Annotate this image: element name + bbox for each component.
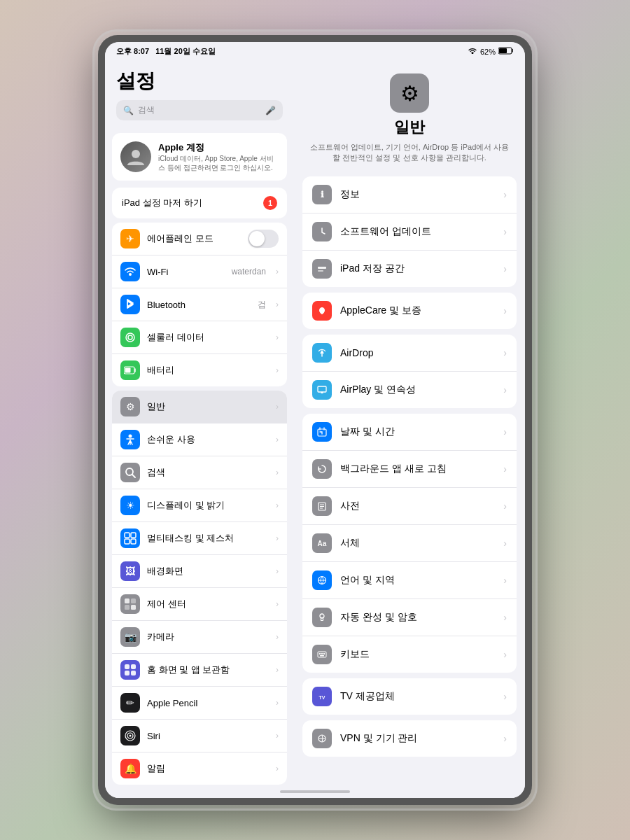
applecare-icon <box>312 301 332 321</box>
siri-icon <box>120 726 140 746</box>
setup-banner[interactable]: iPad 설정 마저 하기 1 <box>112 188 287 218</box>
search-icon: 🔍 <box>123 106 134 115</box>
sidebar-item-camera[interactable]: 📷 카메라 › <box>112 621 287 654</box>
rp-item-software[interactable]: 소프트웨어 업데이트 › <box>302 214 517 251</box>
applepencil-label: Apple Pencil <box>147 698 266 708</box>
svg-point-4 <box>126 333 134 342</box>
sidebar-item-alerts[interactable]: 🔔 알림 › <box>112 752 287 785</box>
sidebar-item-general[interactable]: ⚙ 일반 › <box>112 391 287 424</box>
svg-line-10 <box>132 475 135 477</box>
svg-rect-11 <box>125 533 130 538</box>
rp-item-tvprovider[interactable]: TV TV 제공업체 › <box>302 678 517 715</box>
sidebar-item-battery[interactable]: 배터리 › <box>112 354 287 386</box>
sidebar-item-search[interactable]: 검색 › <box>112 456 287 489</box>
svg-rect-13 <box>125 539 130 544</box>
sidebar-item-wifi[interactable]: Wi-Fi waterdan › <box>112 255 287 288</box>
sidebar-item-multitask[interactable]: 멀티태스킹 및 제스처 › <box>112 522 287 555</box>
airdrop-arrow: › <box>503 347 507 358</box>
language-icon <box>312 570 332 590</box>
sidebar-item-control[interactable]: 제어 센터 › <box>112 588 287 621</box>
control-label: 제어 센터 <box>147 598 266 610</box>
svg-rect-1 <box>499 48 507 53</box>
rp-section-vpn: VPN 및 기기 관리 › <box>302 720 517 757</box>
status-time-date: 오후 8:07 11월 20일 수요일 <box>116 46 216 57</box>
svg-rect-21 <box>125 671 130 676</box>
camera-label: 카메라 <box>147 631 266 643</box>
rp-item-bgrefresh[interactable]: 백그라운드 앱 새로 고침 › <box>302 451 517 488</box>
general-icon: ⚙ <box>390 74 429 113</box>
bluetooth-label: Bluetooth <box>147 300 251 310</box>
search-bar[interactable]: 🔍 검색 🎤 <box>116 100 283 120</box>
keyboard-label: 키보드 <box>340 648 495 661</box>
rp-item-autocomplete[interactable]: 자동 완성 및 암호 › <box>302 599 517 636</box>
search-placeholder: 검색 <box>138 104 155 116</box>
sidebar-item-display[interactable]: ☀ 디스플레이 및 밝기 › <box>112 489 287 522</box>
rp-item-vpn[interactable]: VPN 및 기기 관리 › <box>302 720 517 757</box>
rp-item-storage[interactable]: iPad 저장 공간 › <box>302 251 517 287</box>
airplay-icon <box>312 380 332 400</box>
general-item-icon: ⚙ <box>120 397 140 416</box>
svg-rect-56 <box>323 653 325 654</box>
bgrefresh-label: 백그라운드 앱 새로 고침 <box>340 463 495 475</box>
software-arrow: › <box>503 226 507 237</box>
sidebar-item-accessibility[interactable]: 손쉬운 사용 › <box>112 424 287 456</box>
info-label: 정보 <box>340 188 495 201</box>
wifi-item-icon <box>120 262 140 281</box>
sidebar-item-bluetooth[interactable]: Bluetooth 검 › <box>112 288 287 321</box>
sidebar-item-wallpaper[interactable]: 🖼 배경화면 › <box>112 555 287 588</box>
rp-item-dictionary[interactable]: 사전 › <box>302 488 517 525</box>
sidebar-item-cellular[interactable]: 셀룰러 데이터 › <box>112 321 287 354</box>
rp-item-applecare[interactable]: AppleCare 및 보증 › <box>302 293 517 329</box>
battery-label: 배터리 <box>147 364 266 377</box>
software-label: 소프트웨어 업데이트 <box>340 225 495 238</box>
software-icon <box>312 222 332 241</box>
accessibility-label: 손쉬운 사용 <box>147 433 266 446</box>
apple-id-card[interactable]: Apple 계정 iCloud 데이터, App Store, Apple 서비… <box>112 133 287 181</box>
rp-item-airdrop[interactable]: AirDrop › <box>302 335 517 372</box>
fonts-icon: Aa <box>312 533 332 553</box>
airplane-icon: ✈ <box>120 229 140 248</box>
sidebar: 설정 🔍 검색 🎤 Apple 계정 iCloud 데이터, App Store… <box>105 59 294 785</box>
svg-rect-38 <box>316 463 328 475</box>
general-item-label: 일반 <box>147 400 266 413</box>
rp-item-airplay[interactable]: AirPlay 및 연속성 › <box>302 372 517 408</box>
general-header: ⚙ 일반 소프트웨어 업데이트, 기기 언어, AirDrop 등 iPad에서… <box>302 59 517 171</box>
sidebar-item-homescreen[interactable]: 홈 화면 및 앱 보관함 › <box>112 654 287 687</box>
tvprovider-icon: TV <box>312 687 332 706</box>
svg-rect-20 <box>131 664 136 669</box>
rp-section-misc: 날짜 및 시간 › 백그라운드 앱 새로 고침 › <box>302 414 517 673</box>
airplane-toggle[interactable] <box>248 230 279 248</box>
fonts-arrow: › <box>503 538 507 549</box>
rp-item-datetime[interactable]: 날짜 및 시간 › <box>302 414 517 451</box>
storage-label: iPad 저장 공간 <box>340 262 495 275</box>
home-bar <box>280 790 350 793</box>
wifi-icon <box>468 48 477 56</box>
sidebar-header: 설정 🔍 검색 🎤 <box>105 59 294 133</box>
rp-item-info[interactable]: ℹ 정보 › <box>302 176 517 214</box>
mic-icon: 🎤 <box>265 106 276 115</box>
control-icon <box>120 594 140 614</box>
alerts-icon: 🔔 <box>120 759 140 778</box>
svg-rect-16 <box>131 598 136 603</box>
autocomplete-icon <box>312 608 332 627</box>
rp-item-fonts[interactable]: Aa 서체 › <box>302 525 517 562</box>
svg-rect-12 <box>131 533 136 538</box>
main-area: 설정 🔍 검색 🎤 Apple 계정 iCloud 데이터, App Store… <box>105 59 525 785</box>
datetime-icon <box>312 422 332 442</box>
rp-item-language[interactable]: 언어 및 지역 › <box>302 562 517 599</box>
general-desc: 소프트웨어 업데이트, 기기 언어, AirDrop 등 iPad에서 사용할 … <box>302 142 517 164</box>
homescreen-icon <box>120 660 140 680</box>
svg-text:Aa: Aa <box>318 540 327 547</box>
bluetooth-value: 검 <box>258 299 266 311</box>
status-date: 11월 20일 수요일 <box>155 47 216 55</box>
bgrefresh-icon <box>312 459 332 479</box>
rp-item-keyboard[interactable]: 키보드 › <box>302 636 517 673</box>
applepencil-icon: ✏ <box>120 693 140 713</box>
sidebar-item-siri[interactable]: Siri › <box>112 720 287 752</box>
svg-rect-55 <box>321 653 323 654</box>
storage-arrow: › <box>503 263 507 274</box>
sidebar-item-airplane[interactable]: ✈ 에어플레인 모드 <box>112 223 287 255</box>
svg-rect-57 <box>320 655 324 657</box>
sidebar-item-applepencil[interactable]: ✏ Apple Pencil › <box>112 687 287 720</box>
svg-rect-7 <box>125 368 131 373</box>
